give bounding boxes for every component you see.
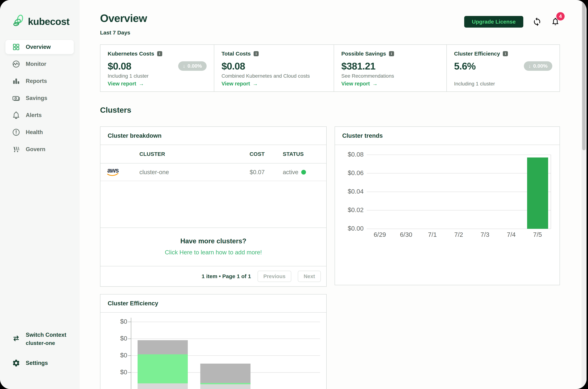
grid-line	[131, 322, 320, 322]
y-tick-mark	[128, 356, 131, 356]
y-tick-label: $0.00	[335, 225, 364, 232]
page-header: Overview Last 7 Days Upgrade License 4	[100, 12, 560, 36]
refresh-button[interactable]	[532, 17, 542, 27]
pagination: 1 item • Page 1 of 1 Previous Next	[100, 266, 326, 286]
grid-line	[367, 210, 551, 210]
right-arrow-icon: →	[252, 81, 258, 87]
next-page-button[interactable]: Next	[298, 271, 321, 282]
sidebar-item-overview[interactable]: Overview	[5, 40, 74, 54]
sidebar-item-govern[interactable]: Govern	[5, 142, 74, 156]
sidebar-item-label: Overview	[26, 44, 51, 50]
column-header-status: STATUS	[266, 151, 326, 157]
stat-value: $0.08	[222, 61, 245, 72]
trend-pill: ↓ 0.00%	[178, 61, 207, 71]
notifications-button[interactable]: 4	[551, 17, 560, 27]
cluster-status-cell: active	[266, 169, 326, 176]
stat-subtext: See Recommendations	[341, 73, 439, 79]
reports-icon	[12, 77, 20, 85]
grid-line	[367, 228, 551, 229]
stat-card-total-costs: Total Costs i $0.08 Combined Kubernetes …	[214, 45, 334, 92]
aws-provider-icon: aws	[107, 168, 119, 176]
more-clusters-title: Have more clusters?	[100, 237, 326, 245]
view-report-link[interactable]: View report→	[222, 81, 326, 87]
efficiency-bar-segment[interactable]	[200, 364, 251, 383]
stat-value: $0.08	[108, 61, 131, 72]
sidebar-bottom: Switch Context cluster-one Settings	[0, 332, 79, 389]
efficiency-bar-segment[interactable]	[200, 383, 251, 384]
pagination-summary: 1 item • Page 1 of 1	[201, 273, 251, 279]
stat-value: 5.6%	[454, 61, 476, 72]
sidebar: kubecost Overview Monitor	[0, 0, 79, 389]
health-icon	[12, 128, 20, 136]
trend-bar[interactable]	[527, 158, 548, 229]
column-header-cost: COST	[214, 151, 266, 157]
current-context: cluster-one	[26, 340, 66, 346]
sidebar-nav: Overview Monitor Reports	[0, 40, 79, 156]
y-tick-label: $0	[100, 335, 127, 342]
stat-cards-row: Kubernetes Costs i $0.08 ↓ 0.00% Includi…	[100, 44, 560, 92]
switch-context-button[interactable]: Switch Context cluster-one	[5, 332, 74, 346]
stat-title: Possible Savings	[341, 51, 386, 57]
active-status-dot	[301, 170, 306, 175]
main-content: Overview Last 7 Days Upgrade License 4	[79, 0, 587, 389]
app-window: kubecost Overview Monitor	[0, 0, 587, 389]
scrollbar-track[interactable]	[582, 0, 587, 389]
notification-count-badge: 4	[556, 12, 565, 21]
table-row[interactable]: aws cluster-one $0.07 active	[100, 163, 326, 181]
y-tick-mark	[128, 339, 131, 339]
clusters-heading: Clusters	[100, 106, 560, 114]
sidebar-item-reports[interactable]: Reports	[5, 74, 74, 88]
stat-value: $381.21	[341, 61, 375, 72]
stat-card-kubernetes-costs: Kubernetes Costs i $0.08 ↓ 0.00% Includi…	[100, 45, 214, 92]
header-actions: Upgrade License 4	[464, 16, 560, 28]
sidebar-item-label: Alerts	[26, 112, 42, 119]
y-tick-label: $0	[100, 352, 127, 359]
cluster-efficiency-title: Cluster Efficiency	[108, 300, 158, 307]
gear-icon	[12, 359, 20, 367]
settings-button[interactable]: Settings	[5, 359, 74, 367]
savings-icon	[12, 94, 20, 102]
y-tick-label: $0	[100, 368, 127, 376]
page-title: Overview	[100, 12, 147, 25]
x-tick-label: 7/2	[446, 231, 472, 238]
view-report-link[interactable]: View report→	[341, 81, 439, 87]
upgrade-license-button[interactable]: Upgrade License	[464, 16, 523, 28]
x-tick-label: 7/3	[472, 231, 498, 238]
sidebar-item-label: Monitor	[26, 61, 46, 67]
info-icon[interactable]: i	[253, 51, 259, 56]
scrollbar-thumb[interactable]	[582, 1, 586, 150]
sidebar-item-alerts[interactable]: Alerts	[5, 108, 74, 122]
bell-icon	[12, 111, 20, 119]
y-tick-label: $0.02	[335, 206, 364, 214]
monitor-icon	[12, 60, 20, 68]
cluster-trends-card: Cluster trends $0.00$0.02$0.04$0.06$0.08…	[335, 127, 560, 285]
y-tick-label: $0.04	[335, 188, 364, 195]
cluster-trends-title: Cluster trends	[342, 132, 383, 139]
y-tick-label: $0.08	[335, 151, 364, 158]
info-icon[interactable]: i	[157, 51, 162, 56]
view-report-link[interactable]: View report→	[108, 81, 207, 87]
previous-page-button[interactable]: Previous	[257, 271, 291, 282]
sidebar-item-label: Savings	[26, 95, 47, 101]
add-clusters-link[interactable]: Click Here to learn how to add more!	[165, 249, 262, 256]
date-range-label: Last 7 Days	[100, 30, 147, 36]
grid-line	[367, 173, 551, 173]
x-tick-label: 6/30	[393, 231, 419, 238]
info-icon[interactable]: i	[503, 51, 508, 56]
sidebar-item-health[interactable]: Health	[5, 125, 74, 139]
efficiency-bar-segment[interactable]	[200, 384, 251, 389]
grid-line	[367, 192, 551, 192]
cluster-efficiency-card: Cluster Efficiency $0$0$0$0	[100, 294, 327, 389]
right-arrow-icon: →	[372, 81, 378, 87]
sidebar-item-label: Reports	[26, 78, 47, 84]
efficiency-bar-segment[interactable]	[138, 354, 188, 384]
sidebar-item-savings[interactable]: Savings	[5, 91, 74, 105]
efficiency-bar-segment[interactable]	[138, 383, 188, 389]
column-header-cluster: CLUSTER	[140, 151, 214, 157]
y-tick-mark	[128, 372, 131, 373]
y-tick-label: $0	[100, 318, 127, 325]
sidebar-item-monitor[interactable]: Monitor	[5, 57, 74, 71]
info-icon[interactable]: i	[389, 51, 394, 56]
efficiency-bar-segment[interactable]	[138, 340, 188, 354]
sidebar-item-label: Govern	[26, 146, 46, 153]
